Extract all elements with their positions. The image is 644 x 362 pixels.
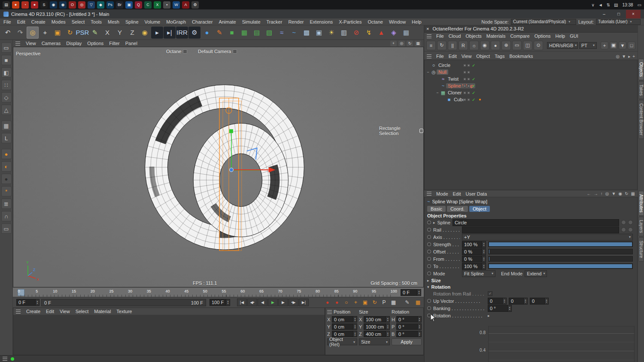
enabled-check-icon[interactable]: ✓: [472, 63, 475, 68]
octane-view-icon[interactable]: ▣: [610, 42, 617, 49]
attribute-tool-icon[interactable]: ▼: [612, 191, 616, 196]
viewport-menu-icon[interactable]: [15, 42, 20, 45]
octane-view-icon[interactable]: +: [601, 42, 608, 49]
mode-icon[interactable]: △: [1, 105, 12, 115]
rotation-field[interactable]: 0 °: [396, 316, 422, 323]
taskbar-app-icon[interactable]: ◆: [97, 1, 104, 9]
menu-item[interactable]: Volume: [145, 19, 161, 24]
view-control-icon[interactable]: ▦: [415, 41, 421, 46]
record-button[interactable]: ○: [342, 299, 351, 306]
playback-button[interactable]: ▶|: [299, 299, 309, 306]
toolbar-icon[interactable]: ◉: [139, 27, 151, 39]
object-manager-menu-item[interactable]: Object: [476, 54, 490, 59]
menu-item[interactable]: X-Particles: [339, 19, 361, 24]
strength-slider[interactable]: [488, 241, 633, 247]
record-button[interactable]: P: [380, 299, 389, 306]
taskbar-app-icon[interactable]: ▤: [3, 1, 10, 9]
toolbar-icon[interactable]: ☀: [325, 27, 337, 39]
toolbar-icon[interactable]: X: [101, 27, 113, 39]
taskbar-app-icon[interactable]: W: [173, 1, 180, 9]
toolbar-icon[interactable]: ↶: [2, 27, 14, 39]
menu-item[interactable]: Create: [31, 19, 46, 24]
action-center-icon[interactable]: ▭: [638, 3, 641, 7]
object-row[interactable]: − ▦ Cloner ✓: [425, 89, 637, 96]
object-row[interactable]: ■ Cube ✓ ●: [425, 96, 637, 103]
octane-menu-item[interactable]: Help: [556, 33, 565, 39]
visibility-toggles[interactable]: [463, 64, 470, 67]
octane-toolbar-icon[interactable]: R: [459, 41, 468, 50]
coord-stepper[interactable]: [353, 324, 357, 329]
mode-icon[interactable]: ≣: [1, 199, 12, 209]
camera-select-icon[interactable]: [233, 49, 237, 54]
coord-stepper[interactable]: [353, 331, 357, 337]
attribute-tool-icon[interactable]: →: [594, 191, 598, 196]
banking-stepper[interactable]: [507, 305, 511, 311]
taskbar-app-icon[interactable]: Br: [116, 1, 123, 9]
attribute-tool-icon[interactable]: ▦: [631, 191, 635, 196]
offset-field[interactable]: 0 %: [462, 248, 486, 255]
taskbar-app-icon[interactable]: ▽: [88, 1, 95, 9]
menu-item[interactable]: Modes: [52, 19, 66, 24]
octane-menu-item[interactable]: Cloud: [449, 33, 461, 39]
up-vector-y-stepper[interactable]: [523, 298, 527, 304]
mode-icon[interactable]: ◧: [1, 67, 12, 78]
object-name[interactable]: Spline Wrap: [446, 83, 475, 88]
octane-view-icon[interactable]: ▼: [619, 42, 626, 49]
material-menu-item[interactable]: Edit: [46, 309, 54, 314]
from-slider[interactable]: [488, 256, 633, 262]
visibility-toggles[interactable]: [463, 71, 470, 74]
taskbar-app-icon[interactable]: ◔: [21, 1, 29, 9]
toolbar-icon[interactable]: ⊘: [350, 27, 362, 39]
toolbar-icon[interactable]: ↯: [363, 27, 375, 39]
minimize-button[interactable]: –: [597, 10, 611, 18]
toolbar-icon[interactable]: ◈: [388, 27, 400, 39]
expander-icon[interactable]: −: [435, 90, 440, 95]
toolbar-icon[interactable]: ↷: [14, 27, 26, 39]
rotation-expander-icon[interactable]: ▸: [488, 314, 490, 318]
up-vector-x-stepper[interactable]: [502, 298, 506, 304]
toolbar-icon[interactable]: ≈: [276, 27, 288, 39]
toolbar-icon[interactable]: ◎: [27, 27, 39, 39]
imager-dropdown[interactable]: HDR/sRGB: [547, 42, 578, 49]
menu-item[interactable]: Spline: [125, 19, 139, 24]
enabled-check-icon[interactable]: ✓: [472, 90, 475, 95]
default-camera-label[interactable]: Default Camera: [198, 49, 237, 54]
rotation-section-header[interactable]: ▾Rotation: [425, 284, 637, 290]
toolbar-icon[interactable]: ✎: [89, 27, 101, 39]
rail-goto-icon[interactable]: [628, 227, 633, 232]
kernel-dropdown[interactable]: PT: [579, 42, 597, 49]
playback-button[interactable]: ▶: [268, 299, 278, 306]
viewport-menu-item[interactable]: Filter: [109, 41, 119, 46]
spline-link-field[interactable]: Circle: [453, 219, 619, 226]
coord-stepper[interactable]: [353, 317, 357, 322]
octane-toolbar-icon[interactable]: ●: [491, 41, 500, 50]
playback-button[interactable]: •▶: [289, 299, 298, 306]
mode-icon[interactable]: ∩: [1, 211, 12, 221]
object-manager-menu-icon[interactable]: [427, 54, 431, 58]
octane-toolbar-icon[interactable]: ||: [448, 41, 457, 50]
enabled-check-icon[interactable]: ✓: [472, 97, 475, 102]
menu-item[interactable]: Window: [389, 19, 406, 24]
octane-menu-item[interactable]: Options: [535, 33, 551, 39]
octane-menu-item[interactable]: GUI: [570, 33, 578, 39]
menu-item[interactable]: MoGraph: [166, 19, 186, 24]
toolbar-icon[interactable]: ●: [201, 27, 213, 39]
octane-camera-icon[interactable]: [183, 49, 187, 54]
offset-slider[interactable]: [488, 249, 633, 254]
toolbar-icon[interactable]: ▩: [301, 27, 313, 39]
up-vector-z-stepper[interactable]: [544, 298, 548, 304]
size-section-header[interactable]: ▸Size: [425, 277, 637, 284]
coord-menu-icon[interactable]: [327, 310, 332, 314]
material-menu-item[interactable]: View: [60, 309, 70, 314]
object-manager-tool-icon[interactable]: ◎: [616, 54, 620, 59]
octane-camera-label[interactable]: Octane: [166, 49, 187, 54]
panel-tab[interactable]: Content Browser: [638, 100, 644, 139]
preview-range-bar[interactable]: 0 F 100 F: [41, 299, 206, 306]
toolbar-icon[interactable]: ▦: [238, 27, 250, 39]
menu-item[interactable]: File: [3, 19, 11, 24]
status-menu-icon[interactable]: [3, 357, 7, 361]
enabled-check-icon[interactable]: ✓: [472, 77, 475, 81]
mode-anim-dot[interactable]: [427, 272, 431, 275]
material-menu-item[interactable]: Material: [94, 309, 111, 314]
object-name[interactable]: Circle: [437, 63, 452, 68]
